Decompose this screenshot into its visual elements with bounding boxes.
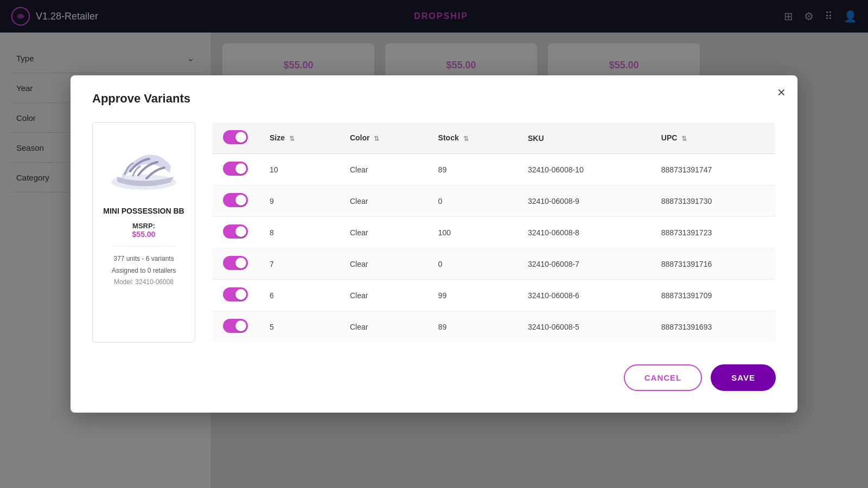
sort-icon: ⇅	[374, 135, 379, 143]
header-stock: Stock ⇅	[427, 123, 517, 154]
toggle-thumb	[235, 289, 246, 300]
toggle-track	[223, 193, 248, 207]
row-toggle-4[interactable]	[223, 287, 248, 301]
msrp-value: $55.00	[132, 230, 156, 239]
row-upc-0: 888731391747	[650, 154, 776, 185]
row-stock-2: 100	[427, 217, 517, 248]
toggle-track	[223, 162, 248, 176]
toggle-thumb	[235, 163, 246, 174]
table-row: 7 Clear 0 32410-06008-7 888731391716	[212, 248, 776, 280]
row-toggle-cell	[212, 185, 259, 217]
row-stock-1: 0	[427, 185, 517, 217]
row-color-4: Clear	[339, 280, 427, 311]
row-sku-0: 32410-06008-10	[517, 154, 650, 185]
table-row: 6 Clear 99 32410-06008-6 888731391709	[212, 280, 776, 311]
row-upc-3: 888731391716	[650, 248, 776, 280]
modal-body: MINI POSSESSION BB MSRP: $55.00 377 unit…	[92, 122, 776, 343]
toggle-thumb	[235, 226, 246, 237]
row-toggle-2[interactable]	[223, 224, 248, 239]
row-sku-4: 32410-06008-6	[517, 280, 650, 311]
row-upc-4: 888731391709	[650, 280, 776, 311]
row-size-4: 6	[259, 280, 339, 311]
close-button[interactable]: ×	[777, 85, 786, 99]
row-sku-2: 32410-06008-8	[517, 217, 650, 248]
row-toggle-cell	[212, 154, 259, 185]
row-size-0: 10	[259, 154, 339, 185]
cancel-button[interactable]: CANCEL	[624, 364, 703, 391]
row-toggle-0[interactable]	[223, 162, 248, 176]
row-color-3: Clear	[339, 248, 427, 280]
product-panel: MINI POSSESSION BB MSRP: $55.00 377 unit…	[92, 122, 195, 343]
sort-icon: ⇅	[289, 135, 295, 143]
row-toggle-3[interactable]	[223, 256, 248, 270]
row-upc-2: 888731391723	[650, 217, 776, 248]
table-header-row: Size ⇅ Color ⇅ Stock ⇅	[212, 123, 776, 154]
header-sku: SKU	[517, 123, 650, 154]
product-model: Model: 32410-06008	[112, 277, 176, 288]
row-sku-3: 32410-06008-7	[517, 248, 650, 280]
variants-table: Size ⇅ Color ⇅ Stock ⇅	[212, 122, 776, 343]
stock-label: Stock	[438, 133, 459, 142]
toggle-track	[223, 130, 248, 144]
row-stock-5: 89	[427, 311, 517, 343]
row-size-2: 8	[259, 217, 339, 248]
shoe-illustration	[106, 136, 182, 196]
row-size-5: 5	[259, 311, 339, 343]
toggle-track	[223, 224, 248, 239]
row-upc-1: 888731391730	[650, 185, 776, 217]
product-image	[102, 131, 186, 201]
row-color-1: Clear	[339, 185, 427, 217]
assigned-retailers: Assigned to 0 retailers	[112, 265, 176, 277]
units-variants: 377 units - 6 variants	[112, 253, 176, 265]
header-color: Color ⇅	[339, 123, 427, 154]
table-row: 5 Clear 89 32410-06008-5 888731391693	[212, 311, 776, 343]
row-stock-3: 0	[427, 248, 517, 280]
row-toggle-5[interactable]	[223, 319, 248, 333]
row-size-1: 9	[259, 185, 339, 217]
row-stock-0: 89	[427, 154, 517, 185]
row-color-0: Clear	[339, 154, 427, 185]
header-size: Size ⇅	[259, 123, 339, 154]
msrp-label: MSRP:	[132, 222, 155, 230]
row-toggle-cell	[212, 217, 259, 248]
header-toggle-col	[212, 123, 259, 154]
row-toggle-cell	[212, 311, 259, 343]
toggle-thumb	[235, 320, 246, 331]
table-row: 10 Clear 89 32410-06008-10 888731391747	[212, 154, 776, 185]
row-sku-5: 32410-06008-5	[517, 311, 650, 343]
save-button[interactable]: SAVE	[711, 364, 776, 391]
upc-label: UPC	[661, 133, 678, 142]
sort-icon: ⇅	[681, 135, 687, 143]
approve-variants-modal: × Approve Variants	[71, 75, 797, 413]
sku-label: SKU	[528, 134, 544, 143]
row-stock-4: 99	[427, 280, 517, 311]
sort-icon: ⇅	[463, 135, 469, 143]
color-label: Color	[350, 133, 370, 142]
row-upc-5: 888731391693	[650, 311, 776, 343]
size-label: Size	[270, 133, 285, 142]
row-color-2: Clear	[339, 217, 427, 248]
toggle-thumb	[235, 195, 246, 206]
modal-overlay: × Approve Variants	[0, 0, 868, 488]
header-upc: UPC ⇅	[650, 123, 776, 154]
row-sku-1: 32410-06008-9	[517, 185, 650, 217]
toggle-track	[223, 256, 248, 270]
toggle-track	[223, 287, 248, 301]
toggle-thumb	[235, 132, 246, 143]
table-row: 9 Clear 0 32410-06008-9 888731391730	[212, 185, 776, 217]
modal-footer: CANCEL SAVE	[92, 364, 776, 391]
row-toggle-1[interactable]	[223, 193, 248, 207]
product-name: MINI POSSESSION BB	[103, 207, 184, 215]
toggle-track	[223, 319, 248, 333]
row-color-5: Clear	[339, 311, 427, 343]
toggle-thumb	[235, 258, 246, 268]
table-row: 8 Clear 100 32410-06008-8 888731391723	[212, 217, 776, 248]
header-toggle[interactable]	[223, 130, 248, 144]
row-toggle-cell	[212, 280, 259, 311]
row-size-3: 7	[259, 248, 339, 280]
table-wrapper: Size ⇅ Color ⇅ Stock ⇅	[212, 122, 776, 343]
product-meta: 377 units - 6 variants Assigned to 0 ret…	[112, 246, 176, 288]
modal-title: Approve Variants	[92, 92, 776, 106]
row-toggle-cell	[212, 248, 259, 280]
